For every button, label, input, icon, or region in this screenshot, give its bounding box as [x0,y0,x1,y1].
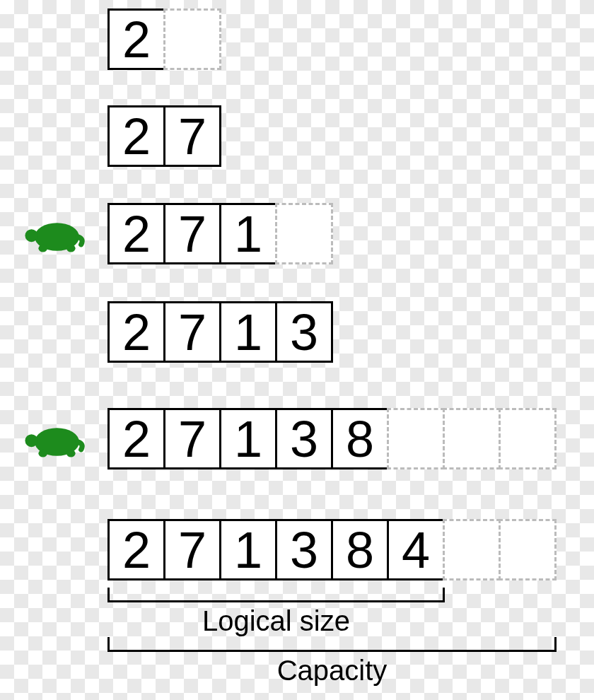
array-row-5: 271384 [0,519,557,581]
filled-cell: 8 [331,519,389,581]
filled-cell: 2 [107,203,165,264]
turtle-icon [22,419,86,458]
bracket-tick-left [107,637,110,650]
logical-size-label: Logical size [107,605,445,637]
array-row-3: 2713 [0,301,333,363]
svg-point-6 [38,450,47,457]
logical-size-bracket: Logical size [107,588,445,637]
turtle-slot [0,419,107,458]
filled-cell: 2 [107,301,165,363]
boxline: 27 [107,105,221,167]
empty-cell [499,519,557,581]
svg-point-1 [25,229,38,242]
array-row-0: 2 [0,8,221,70]
filled-cell: 7 [163,519,221,581]
array-row-4: 27138 [0,408,557,469]
svg-point-7 [66,450,76,457]
boxline: 27138 [107,408,557,469]
bracket-tick-left [107,588,110,600]
empty-cell [443,519,501,581]
empty-cell [275,203,333,264]
capacity-bracket: Capacity [107,637,557,687]
filled-cell: 1 [219,203,277,264]
filled-cell: 1 [219,519,277,581]
filled-cell: 3 [275,301,333,363]
filled-cell: 1 [219,301,277,363]
filled-cell: 2 [107,519,165,581]
svg-point-5 [25,434,38,447]
bracket-line [107,637,557,652]
array-row-2: 271 [0,203,333,264]
filled-cell: 8 [331,408,389,469]
filled-cell: 4 [387,519,445,581]
turtle-icon [22,214,86,253]
filled-cell: 7 [163,408,221,469]
svg-point-3 [66,245,76,252]
filled-cell: 7 [163,301,221,363]
bracket-tick-right [443,588,445,600]
boxline: 2713 [107,301,333,363]
boxline: 2 [107,8,221,70]
filled-cell: 7 [163,105,221,167]
bracket-tick-right [554,637,557,650]
boxline: 271 [107,203,333,264]
bracket-line [107,588,445,602]
svg-point-2 [38,245,47,252]
capacity-label: Capacity [107,655,557,687]
boxline: 271384 [107,519,557,581]
turtle-slot [0,214,107,253]
filled-cell: 2 [107,408,165,469]
empty-cell [163,8,221,70]
empty-cell [387,408,445,469]
filled-cell: 3 [275,408,333,469]
empty-cell [443,408,501,469]
filled-cell: 7 [163,203,221,264]
filled-cell: 2 [107,8,165,70]
empty-cell [499,408,557,469]
filled-cell: 2 [107,105,165,167]
filled-cell: 3 [275,519,333,581]
filled-cell: 1 [219,408,277,469]
array-row-1: 27 [0,105,221,167]
